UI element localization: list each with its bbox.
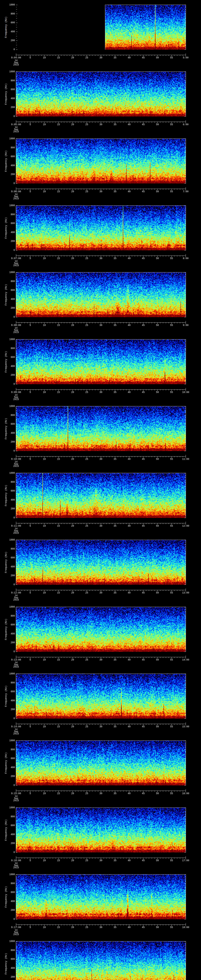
x-tick-label: 15 <box>57 324 60 326</box>
y-tick-label: 800 <box>0 749 15 751</box>
x-tick-label: 5 <box>29 191 31 193</box>
panel-end-time-label: 9:00 <box>183 324 189 326</box>
x-tick-label: 40 <box>128 525 131 527</box>
x-tick-label: 25 <box>85 57 88 59</box>
y-tick-label: 1000 <box>0 4 15 6</box>
panel-end-time-label: 14:00 <box>182 659 189 661</box>
panel-end-time-label: 7:00 <box>183 191 189 193</box>
y-tick-label: 800 <box>0 146 15 149</box>
x-tick-label: 55 <box>170 926 173 929</box>
x-tick-label: 5 <box>29 525 31 527</box>
x-tick-label: 15 <box>57 391 60 394</box>
x-tick-label: 50 <box>156 391 159 394</box>
x-tick-label: 15 <box>57 592 60 594</box>
x-tick-label: 40 <box>128 191 131 193</box>
panel-end-time-label: 10:00 <box>182 391 189 394</box>
x-tick-label: 40 <box>128 659 131 661</box>
y-tick-label: 800 <box>0 213 15 216</box>
panel-end-time-label: 13:00 <box>182 592 189 594</box>
x-tick-label: 50 <box>156 324 159 326</box>
x-tick-label: 25 <box>85 124 88 126</box>
x-tick-label: 55 <box>170 191 173 193</box>
x-tick-label: 45 <box>142 458 145 460</box>
y-tick-label: 200 <box>0 40 15 42</box>
x-tick-label: 5 <box>29 659 31 661</box>
x-tick-label: 45 <box>142 191 145 193</box>
y-tick-label: 400 <box>0 499 15 501</box>
y-tick-label: 0 <box>0 115 15 118</box>
y-tick-label: 1000 <box>0 539 15 541</box>
x-tick-label: 15 <box>57 926 60 929</box>
spectrogram-panel: Frequency (Hz) 020040060080010009:17:005… <box>0 870 201 937</box>
x-tick-label: 50 <box>156 792 159 795</box>
x-tick-label: 45 <box>142 926 145 929</box>
x-tick-label: 35 <box>114 659 116 661</box>
y-tick-label: 0 <box>0 517 15 519</box>
x-tick-label: 40 <box>128 257 131 260</box>
x-tick-label: 55 <box>170 725 173 728</box>
x-tick-label: 40 <box>128 324 131 326</box>
y-tick-label: 1000 <box>0 138 15 140</box>
y-tick-label: 600 <box>0 824 15 827</box>
x-tick-label: 20 <box>71 124 74 126</box>
y-tick-label: 200 <box>0 173 15 176</box>
panel-start-time-label: 9:14:00 <box>11 725 21 728</box>
x-tick-label: 10 <box>43 659 46 661</box>
y-tick-label: 600 <box>0 891 15 894</box>
x-tick-label: 30 <box>99 859 102 862</box>
y-tick-label: 400 <box>0 97 15 100</box>
y-tick-label: 200 <box>0 909 15 912</box>
x-tick-label: 10 <box>43 592 46 594</box>
panel-start-time-label: 9:10:00 <box>11 458 21 460</box>
x-tick-label: 10 <box>43 257 46 260</box>
x-tick-label: 15 <box>57 725 60 728</box>
y-tick-label: 0 <box>0 584 15 586</box>
x-tick-label: 45 <box>142 124 145 126</box>
spectrogram-panel: Frequency (Hz) 020040060080010009:12:005… <box>0 535 201 602</box>
y-tick-label: 400 <box>0 566 15 568</box>
x-tick-label: 40 <box>128 458 131 460</box>
x-tick-label: 55 <box>170 592 173 594</box>
spectrogram-panel: Frequency (Hz) 020040060080010009:15:005… <box>0 736 201 803</box>
y-tick-label: 600 <box>0 22 15 24</box>
y-tick-label: 800 <box>0 882 15 885</box>
x-tick-label: 5 <box>29 725 31 728</box>
panel-end-time-label: 12:00 <box>182 525 189 527</box>
y-tick-label: 800 <box>0 347 15 350</box>
y-tick-label: 0 <box>0 918 15 920</box>
x-tick-label: 10 <box>43 391 46 394</box>
y-tick-label: 1000 <box>0 740 15 742</box>
x-tick-label: 30 <box>99 458 102 460</box>
y-tick-label: 200 <box>0 775 15 778</box>
spectrogram-panel: Frequency (Hz) 020040060080010009:16:005… <box>0 803 201 870</box>
x-tick-label: 55 <box>170 659 173 661</box>
panel-start-time-label: 9:13:00 <box>11 659 21 661</box>
x-tick-label: 20 <box>71 57 74 59</box>
y-tick-label: 400 <box>0 967 15 969</box>
y-tick-label: 600 <box>0 289 15 291</box>
date-label: 2015 <box>13 800 19 802</box>
y-tick-label: 1000 <box>0 70 15 73</box>
y-tick-label: 800 <box>0 280 15 283</box>
y-tick-label: 200 <box>0 976 15 978</box>
y-tick-label: 600 <box>0 757 15 760</box>
y-tick-label: 0 <box>0 651 15 653</box>
x-tick-label: 50 <box>156 257 159 260</box>
y-tick-label: 200 <box>0 842 15 845</box>
y-tick-label: 400 <box>0 633 15 635</box>
x-tick-label: 55 <box>170 525 173 527</box>
x-tick-label: 30 <box>99 725 102 728</box>
x-tick-label: 5 <box>29 324 31 326</box>
x-tick-label: 25 <box>85 659 88 661</box>
x-tick-label: 55 <box>170 257 173 260</box>
date-label: 2015 <box>13 599 19 601</box>
x-tick-label: 50 <box>156 592 159 594</box>
x-tick-label: 55 <box>170 458 173 460</box>
y-tick-label: 1000 <box>0 204 15 207</box>
x-tick-label: 20 <box>71 592 74 594</box>
x-tick-label: 50 <box>156 926 159 929</box>
x-tick-label: 35 <box>114 725 116 728</box>
x-tick-label: 45 <box>142 257 145 260</box>
x-tick-label: 35 <box>114 792 116 795</box>
x-tick-label: 25 <box>85 525 88 527</box>
